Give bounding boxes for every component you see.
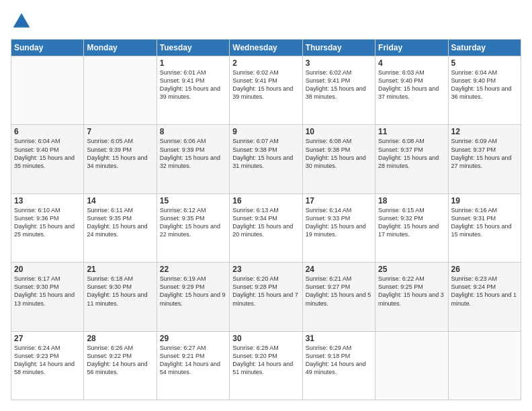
day-info: Sunrise: 6:10 AM Sunset: 9:36 PM Dayligh…: [14, 206, 81, 239]
day-info: Sunrise: 6:17 AM Sunset: 9:30 PM Dayligh…: [14, 275, 81, 308]
day-info: Sunrise: 6:06 AM Sunset: 9:39 PM Dayligh…: [160, 137, 226, 170]
day-number: 31: [306, 334, 372, 343]
day-info: Sunrise: 6:07 AM Sunset: 9:38 PM Dayligh…: [232, 137, 299, 170]
day-number: 7: [87, 127, 153, 136]
day-number: 1: [160, 58, 226, 68]
calendar-cell: 26Sunrise: 6:23 AM Sunset: 9:24 PM Dayli…: [448, 263, 521, 331]
day-number: 29: [160, 334, 226, 343]
calendar-cell: 31Sunrise: 6:29 AM Sunset: 9:18 PM Dayli…: [302, 331, 375, 400]
calendar-cell: 9Sunrise: 6:07 AM Sunset: 9:38 PM Daylig…: [230, 125, 302, 193]
day-info: Sunrise: 6:05 AM Sunset: 9:39 PM Dayligh…: [87, 137, 153, 170]
day-number: 18: [378, 196, 445, 205]
week-row: 6Sunrise: 6:04 AM Sunset: 9:40 PM Daylig…: [11, 125, 521, 193]
day-info: Sunrise: 6:22 AM Sunset: 9:25 PM Dayligh…: [378, 275, 445, 308]
day-number: 27: [14, 334, 81, 343]
calendar-cell: 5Sunrise: 6:04 AM Sunset: 9:40 PM Daylig…: [448, 56, 521, 125]
calendar-cell: 29Sunrise: 6:27 AM Sunset: 9:21 PM Dayli…: [157, 331, 229, 400]
day-number: 10: [306, 127, 372, 136]
header-day: Thursday: [302, 40, 375, 56]
day-info: Sunrise: 6:20 AM Sunset: 9:28 PM Dayligh…: [232, 275, 299, 308]
calendar-cell: 24Sunrise: 6:21 AM Sunset: 9:27 PM Dayli…: [302, 263, 375, 331]
calendar-cell: 16Sunrise: 6:13 AM Sunset: 9:34 PM Dayli…: [230, 193, 302, 262]
calendar: SundayMondayTuesdayWednesdayThursdayFrid…: [11, 39, 521, 400]
svg-marker-1: [14, 15, 28, 26]
header-day: Saturday: [448, 40, 521, 56]
week-row: 13Sunrise: 6:10 AM Sunset: 9:36 PM Dayli…: [11, 193, 521, 262]
calendar-cell: [11, 56, 84, 125]
day-info: Sunrise: 6:08 AM Sunset: 9:37 PM Dayligh…: [378, 137, 445, 170]
calendar-cell: 27Sunrise: 6:24 AM Sunset: 9:23 PM Dayli…: [11, 331, 84, 400]
calendar-cell: 18Sunrise: 6:15 AM Sunset: 9:32 PM Dayli…: [375, 193, 448, 262]
day-number: 16: [232, 196, 299, 205]
day-number: 15: [160, 196, 226, 205]
day-number: 28: [87, 334, 153, 343]
day-number: 20: [14, 265, 81, 274]
calendar-cell: 1Sunrise: 6:01 AM Sunset: 9:41 PM Daylig…: [157, 56, 229, 125]
day-info: Sunrise: 6:02 AM Sunset: 9:41 PM Dayligh…: [306, 68, 372, 101]
calendar-cell: 12Sunrise: 6:09 AM Sunset: 9:37 PM Dayli…: [448, 125, 521, 193]
header-day: Sunday: [11, 40, 84, 56]
day-number: 14: [87, 196, 153, 205]
week-row: 20Sunrise: 6:17 AM Sunset: 9:30 PM Dayli…: [11, 263, 521, 331]
header: [11, 11, 521, 32]
day-number: 8: [160, 127, 226, 136]
calendar-cell: 14Sunrise: 6:11 AM Sunset: 9:35 PM Dayli…: [84, 193, 157, 262]
day-info: Sunrise: 6:27 AM Sunset: 9:21 PM Dayligh…: [160, 344, 226, 377]
day-number: 21: [87, 265, 153, 274]
header-day: Tuesday: [157, 40, 229, 56]
calendar-cell: 23Sunrise: 6:20 AM Sunset: 9:28 PM Dayli…: [230, 263, 302, 331]
day-info: Sunrise: 6:11 AM Sunset: 9:35 PM Dayligh…: [87, 206, 153, 239]
calendar-cell: 17Sunrise: 6:14 AM Sunset: 9:33 PM Dayli…: [302, 193, 375, 262]
calendar-cell: 21Sunrise: 6:18 AM Sunset: 9:30 PM Dayli…: [84, 263, 157, 331]
logo: [11, 11, 35, 32]
day-number: 12: [451, 127, 518, 136]
day-info: Sunrise: 6:19 AM Sunset: 9:29 PM Dayligh…: [160, 275, 226, 308]
day-number: 30: [232, 334, 299, 343]
day-number: 6: [14, 127, 81, 136]
day-number: 17: [306, 196, 372, 205]
day-info: Sunrise: 6:09 AM Sunset: 9:37 PM Dayligh…: [451, 137, 518, 170]
day-number: 9: [232, 127, 299, 136]
day-number: 23: [232, 265, 299, 274]
day-number: 24: [306, 265, 372, 274]
day-info: Sunrise: 6:16 AM Sunset: 9:31 PM Dayligh…: [451, 206, 518, 239]
header-day: Monday: [84, 40, 157, 56]
calendar-cell: 22Sunrise: 6:19 AM Sunset: 9:29 PM Dayli…: [157, 263, 229, 331]
page: SundayMondayTuesdayWednesdayThursdayFrid…: [0, 0, 532, 411]
day-info: Sunrise: 6:24 AM Sunset: 9:23 PM Dayligh…: [14, 344, 81, 377]
week-row: 27Sunrise: 6:24 AM Sunset: 9:23 PM Dayli…: [11, 331, 521, 400]
calendar-cell: 28Sunrise: 6:26 AM Sunset: 9:22 PM Dayli…: [84, 331, 157, 400]
calendar-cell: 19Sunrise: 6:16 AM Sunset: 9:31 PM Dayli…: [448, 193, 521, 262]
day-info: Sunrise: 6:28 AM Sunset: 9:20 PM Dayligh…: [232, 344, 299, 377]
calendar-cell: 30Sunrise: 6:28 AM Sunset: 9:20 PM Dayli…: [230, 331, 302, 400]
calendar-cell: 3Sunrise: 6:02 AM Sunset: 9:41 PM Daylig…: [302, 56, 375, 125]
day-info: Sunrise: 6:13 AM Sunset: 9:34 PM Dayligh…: [232, 206, 299, 239]
day-info: Sunrise: 6:23 AM Sunset: 9:24 PM Dayligh…: [451, 275, 518, 308]
day-info: Sunrise: 6:18 AM Sunset: 9:30 PM Dayligh…: [87, 275, 153, 308]
day-number: 13: [14, 196, 81, 205]
day-info: Sunrise: 6:04 AM Sunset: 9:40 PM Dayligh…: [14, 137, 81, 170]
header-day: Friday: [375, 40, 448, 56]
day-number: 19: [451, 196, 518, 205]
day-number: 4: [378, 58, 445, 68]
day-number: 26: [451, 265, 518, 274]
day-number: 3: [306, 58, 372, 68]
day-info: Sunrise: 6:02 AM Sunset: 9:41 PM Dayligh…: [232, 68, 299, 101]
calendar-cell: 10Sunrise: 6:08 AM Sunset: 9:38 PM Dayli…: [302, 125, 375, 193]
calendar-cell: 11Sunrise: 6:08 AM Sunset: 9:37 PM Dayli…: [375, 125, 448, 193]
calendar-cell: 2Sunrise: 6:02 AM Sunset: 9:41 PM Daylig…: [230, 56, 302, 125]
day-number: 22: [160, 265, 226, 274]
calendar-cell: [375, 331, 448, 400]
day-info: Sunrise: 6:12 AM Sunset: 9:35 PM Dayligh…: [160, 206, 226, 239]
day-info: Sunrise: 6:26 AM Sunset: 9:22 PM Dayligh…: [87, 344, 153, 377]
day-info: Sunrise: 6:29 AM Sunset: 9:18 PM Dayligh…: [306, 344, 372, 377]
calendar-cell: [84, 56, 157, 125]
calendar-cell: [448, 331, 521, 400]
day-info: Sunrise: 6:08 AM Sunset: 9:38 PM Dayligh…: [306, 137, 372, 170]
calendar-cell: 25Sunrise: 6:22 AM Sunset: 9:25 PM Dayli…: [375, 263, 448, 331]
calendar-cell: 15Sunrise: 6:12 AM Sunset: 9:35 PM Dayli…: [157, 193, 229, 262]
day-info: Sunrise: 6:04 AM Sunset: 9:40 PM Dayligh…: [451, 68, 518, 101]
day-info: Sunrise: 6:03 AM Sunset: 9:40 PM Dayligh…: [378, 68, 445, 101]
day-info: Sunrise: 6:15 AM Sunset: 9:32 PM Dayligh…: [378, 206, 445, 239]
day-info: Sunrise: 6:21 AM Sunset: 9:27 PM Dayligh…: [306, 275, 372, 308]
